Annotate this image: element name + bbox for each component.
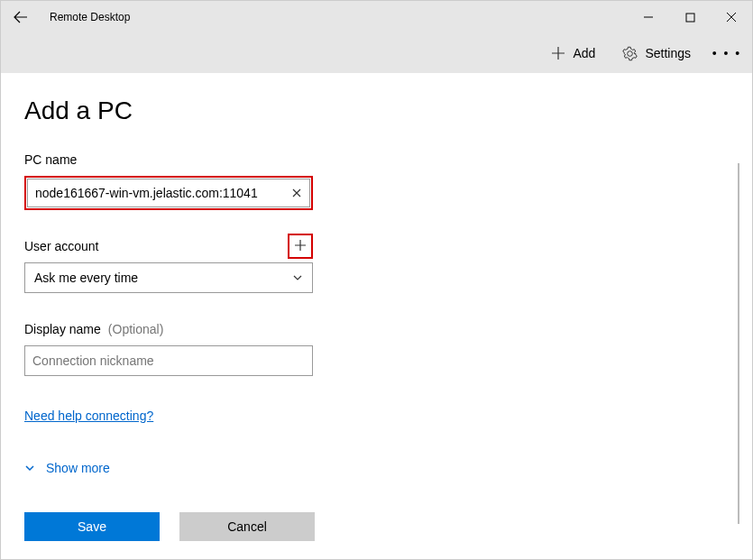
user-account-select[interactable]: Ask me every time bbox=[24, 262, 313, 293]
scrollbar[interactable] bbox=[738, 163, 739, 524]
show-more-label: Show more bbox=[46, 461, 110, 475]
maximize-icon bbox=[685, 13, 695, 23]
minimize-icon bbox=[643, 12, 654, 23]
add-account-highlight bbox=[288, 234, 313, 259]
user-account-label: User account bbox=[24, 239, 98, 253]
add-button[interactable]: Add bbox=[542, 41, 604, 66]
titlebar-top: Remote Desktop bbox=[1, 1, 752, 33]
more-button[interactable]: • • • bbox=[709, 35, 745, 71]
chevron-down-icon bbox=[24, 463, 35, 473]
clear-input-button[interactable] bbox=[292, 188, 301, 197]
content-area: Add a PC PC name User account bbox=[1, 73, 752, 559]
cancel-button[interactable]: Cancel bbox=[179, 512, 315, 541]
pc-name-label: PC name bbox=[24, 152, 77, 167]
save-button[interactable]: Save bbox=[24, 512, 160, 541]
window-controls bbox=[628, 1, 752, 33]
page-title: Add a PC bbox=[24, 96, 729, 125]
chevron-down-icon bbox=[292, 272, 303, 283]
display-name-input[interactable] bbox=[24, 345, 313, 376]
close-window-button[interactable] bbox=[711, 1, 752, 33]
pc-name-highlight bbox=[24, 176, 313, 210]
display-name-label: Display name(Optional) bbox=[24, 322, 163, 336]
x-icon bbox=[292, 188, 301, 197]
plus-icon bbox=[551, 46, 565, 60]
settings-label: Settings bbox=[645, 46, 691, 60]
gear-icon bbox=[622, 46, 638, 61]
plus-icon bbox=[294, 239, 307, 252]
minimize-button[interactable] bbox=[628, 1, 669, 33]
titlebar: Remote Desktop Add Settings • • • bbox=[1, 1, 752, 73]
help-row: Need help connecting? bbox=[24, 409, 313, 423]
pc-name-section: PC name bbox=[24, 149, 313, 210]
optional-hint: (Optional) bbox=[108, 322, 163, 336]
toolbar: Add Settings • • • bbox=[1, 33, 752, 73]
pc-name-input[interactable] bbox=[27, 179, 310, 207]
back-button[interactable] bbox=[1, 1, 41, 33]
user-account-section: User account Ask me every time bbox=[24, 235, 313, 293]
button-row: Save Cancel bbox=[24, 512, 315, 541]
svg-rect-0 bbox=[686, 14, 694, 22]
settings-button[interactable]: Settings bbox=[613, 41, 700, 67]
display-name-section: Display name(Optional) bbox=[24, 318, 313, 376]
help-link[interactable]: Need help connecting? bbox=[24, 409, 153, 423]
arrow-left-icon bbox=[14, 10, 28, 24]
window-title: Remote Desktop bbox=[41, 11, 130, 23]
add-account-button[interactable] bbox=[290, 235, 310, 255]
form-area: PC name User account bbox=[24, 149, 313, 475]
maximize-button[interactable] bbox=[669, 1, 711, 33]
add-label: Add bbox=[573, 46, 595, 60]
user-account-value: Ask me every time bbox=[34, 271, 138, 285]
show-more-toggle[interactable]: Show more bbox=[24, 461, 313, 475]
ellipsis-icon: • • • bbox=[712, 46, 741, 60]
close-icon bbox=[726, 12, 737, 23]
